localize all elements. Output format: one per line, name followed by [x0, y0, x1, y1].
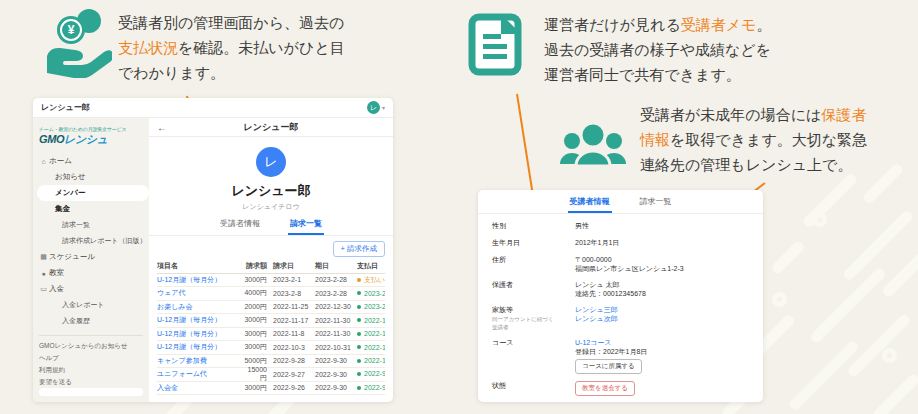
student-tabs: 受講者情報 請求一覧	[478, 196, 763, 214]
invoice-item-link[interactable]: ユニフォーム代	[157, 369, 241, 379]
sidebar-footer-link[interactable]: GMOレンシュからのお知らせ	[33, 340, 149, 352]
invoice-table: 項目名 請求額 請求日 期日 支払日 U-12月謝（毎月分） 3000円 202…	[149, 260, 393, 395]
sidebar-bottom-card	[39, 388, 143, 396]
family-sub-label: 同一アカウントに紐づく	[492, 316, 575, 323]
svg-text:¥: ¥	[68, 23, 75, 37]
create-invoice-button[interactable]: + 請求作成	[333, 241, 385, 257]
invoice-item-link[interactable]: ウェア代	[157, 288, 241, 298]
field-label: 状態	[492, 381, 575, 396]
field-course: コース U-12コース 登録日：2022年1月8日 コースに所属する	[492, 338, 749, 374]
tab-invoice-list[interactable]: 請求一覧	[638, 196, 674, 213]
app-topbar: レンシュー郎 レ ▾	[33, 98, 393, 118]
sidebar-footer-link[interactable]: 利用規約	[33, 364, 149, 376]
annotation-highlight: 支払状況	[118, 39, 178, 56]
people-group-icon	[558, 120, 628, 174]
invoice-amount: 5000円	[241, 356, 273, 366]
invoice-item-link[interactable]: お楽しみ会	[157, 302, 241, 312]
invoice-billed-date: 2022-10-3	[273, 344, 315, 351]
back-arrow-icon[interactable]: ←	[157, 122, 167, 133]
annotation-text: でわかります。	[118, 64, 225, 81]
annotation-text: 受講者が未成年の場合には	[640, 106, 821, 123]
sidebar-footer-label: 利用規約	[39, 366, 65, 375]
field-gender: 性別 男性	[492, 221, 749, 231]
invoice-billed-date: 2022-9-28	[273, 357, 315, 364]
tab-student-info[interactable]: 受講者情報	[218, 218, 262, 235]
sidebar: チーム・教室のための月謝集金サービス GMOレンシュ ⌂ ホーム お知らせ	[33, 118, 149, 402]
invoice-amount: 3000円	[241, 383, 273, 393]
family-member-link[interactable]: レンシュ三郎	[575, 305, 749, 314]
annotation-highlight: 情報	[640, 131, 670, 148]
table-row: U-12月謝（毎月分） 3000円 2022-10-3 2022-10-31 2…	[157, 341, 385, 355]
sidebar-item[interactable]: お知らせ	[33, 169, 149, 185]
guardian-contact: 連絡先：00012345678	[575, 289, 749, 298]
logo-gmo: GMO	[39, 133, 64, 145]
sidebar-item-label: 集金	[55, 204, 70, 214]
payment-status: 2022-11-17	[357, 317, 385, 324]
topbar-title: レンシュー郎	[41, 102, 90, 113]
sidebar-divider	[39, 335, 143, 336]
annotation-guardian: 受講者が未成年の場合には保護者 情報を取得できます。大切な緊急 連絡先の管理もレ…	[640, 102, 912, 177]
field-value: U-12コース 登録日：2022年1月8日 コースに所属する	[575, 338, 749, 374]
leave-class-button[interactable]: 教室を退会する	[575, 381, 635, 396]
payment-status-text: 2022-12-2	[364, 330, 385, 337]
status-dot-icon	[357, 278, 361, 282]
invoice-due-date: 2022-11-30	[315, 330, 357, 337]
invoice-item-link[interactable]: U-12月謝（毎月分）	[157, 275, 241, 285]
payment-status-text: 2023-2-8（コンビニ払い）	[364, 302, 385, 312]
annotation-text: を確認。未払いがひと目	[178, 39, 345, 56]
sidebar-item-label: 教室	[49, 268, 64, 278]
sidebar-item[interactable]: 集金	[33, 201, 149, 217]
sidebar-item-label: 請求作成レポート（旧版）	[62, 236, 147, 246]
payment-status-text: 2022-11-17	[364, 317, 385, 324]
invoice-item-link[interactable]: キャンプ参加費	[157, 356, 241, 366]
sidebar-footer-label: ヘルプ	[39, 354, 59, 363]
sidebar-item[interactable]: ⌂ ホーム	[33, 153, 149, 169]
invoice-item-link[interactable]: 入会金	[157, 383, 241, 393]
tab-invoice-list[interactable]: 請求一覧	[288, 218, 324, 235]
field-label: 性別	[492, 221, 575, 231]
sidebar-item[interactable]: 入金履歴	[33, 313, 149, 329]
account-avatar[interactable]: レ	[367, 101, 380, 114]
status-dot-icon	[357, 345, 361, 349]
invoice-amount: 3000円	[241, 329, 273, 339]
sidebar-item[interactable]: ▭ 入金	[33, 281, 149, 297]
invoice-due-date: 2022-9-30	[315, 357, 357, 364]
sidebar-item[interactable]: 請求一覧	[33, 217, 149, 233]
join-course-button[interactable]: コースに所属する	[575, 359, 642, 374]
sidebar-item-label: 請求一覧	[62, 220, 90, 230]
table-row: U-12月謝（毎月分） 3000円 2022-11-8 2022-11-30 2…	[157, 328, 385, 342]
field-value: 教室を退会する	[575, 381, 749, 396]
field-birthdate: 生年月日 2012年1月1日	[492, 238, 749, 248]
sidebar-footer-label: 要望を送る	[39, 378, 72, 387]
sidebar-item[interactable]: 請求作成レポート（旧版）	[33, 233, 149, 249]
annotation-text: 運営者同士で共有できます。	[544, 66, 741, 83]
sidebar-footer-link[interactable]: 要望を送る	[33, 376, 149, 388]
chevron-down-icon[interactable]: ▾	[382, 104, 385, 111]
logo-renshu: レンシュ	[64, 133, 107, 145]
sidebar-footer-link[interactable]: ヘルプ	[33, 352, 149, 364]
member-detail-window: レンシュー郎 レ ▾ チーム・教室のための月謝集金サービス GMOレンシュ ⌂ …	[33, 98, 393, 402]
field-value: レンシュ三郎 レンシュ次郎	[575, 305, 749, 331]
course-link[interactable]: U-12コース	[575, 338, 749, 347]
sidebar-item[interactable]: メンバー	[37, 185, 149, 201]
tab-student-info[interactable]: 受講者情報	[568, 196, 612, 213]
invoice-item-link[interactable]: U-12月謝（毎月分）	[157, 329, 241, 339]
payment-status-text: 支払い待ち	[364, 275, 385, 285]
invoice-item-link[interactable]: U-12月謝（毎月分）	[157, 315, 241, 325]
sidebar-footer: GMOレンシュからのお知らせ ヘルプ 利用規約 要望を送る	[33, 340, 149, 388]
family-member-link[interactable]: レンシュ次郎	[575, 314, 749, 323]
invoice-item-link[interactable]: U-12月謝（毎月分）	[157, 342, 241, 352]
invoice-billed-date: 2022-9-27	[273, 371, 315, 378]
sidebar-item[interactable]: 入金レポート	[33, 297, 149, 313]
payment-status: 2022-12-2	[357, 330, 385, 337]
sidebar-footer-label: GMOレンシュからのお知らせ	[39, 342, 128, 351]
sidebar-item-icon: ▦	[38, 253, 49, 261]
col-paid-date: 支払日	[357, 261, 385, 271]
sidebar-item[interactable]: ● 教室	[33, 265, 149, 281]
payment-status-text: 2022-9-27（コンビニ払い）	[364, 369, 385, 379]
invoice-due-date: 2022-9-30	[315, 371, 357, 378]
invoice-due-date: 2022-9-30	[315, 384, 357, 391]
invoice-billed-date: 2022-11-17	[273, 317, 315, 324]
annotation-text: 運営者だけが見れる	[544, 16, 681, 33]
sidebar-item[interactable]: ▦ スケジュール	[33, 249, 149, 265]
